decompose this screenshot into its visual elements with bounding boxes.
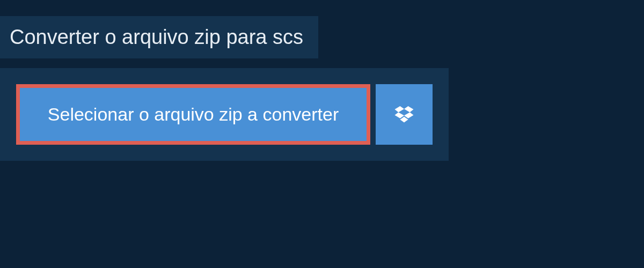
select-file-button-label: Selecionar o arquivo zip a converter bbox=[48, 104, 339, 125]
select-file-button[interactable]: Selecionar o arquivo zip a converter bbox=[16, 84, 370, 145]
page-title: Converter o arquivo zip para scs bbox=[10, 26, 303, 49]
dropbox-icon bbox=[394, 105, 414, 125]
upload-panel: Selecionar o arquivo zip a converter bbox=[0, 68, 449, 161]
dropbox-button[interactable] bbox=[376, 84, 433, 145]
header-bar: Converter o arquivo zip para scs bbox=[0, 16, 318, 58]
